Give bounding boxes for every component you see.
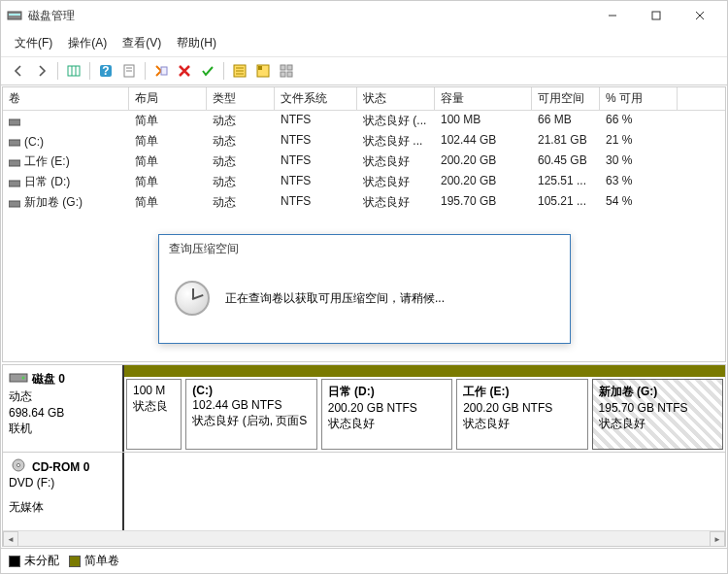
col-capacity[interactable]: 容量	[435, 87, 532, 110]
table-row[interactable]: (C:)简单动态NTFS状态良好 ...102.44 GB21.81 GB21 …	[3, 131, 725, 152]
properties-icon[interactable]	[118, 60, 140, 82]
col-layout[interactable]: 布局	[129, 87, 207, 110]
svg-rect-1	[9, 14, 20, 16]
toolbar-separator	[145, 62, 146, 80]
vol-pct: 54 %	[600, 193, 678, 212]
toolbar-separator	[57, 62, 58, 80]
delete-icon[interactable]	[174, 60, 195, 82]
partition-size: 200.20 GB NTFS	[328, 401, 446, 415]
cdrom-header[interactable]: CD-ROM 0 DVD (F:) 无媒体	[3, 453, 124, 530]
vol-free: 60.45 GB	[532, 152, 600, 171]
svg-text:?: ?	[102, 64, 109, 78]
col-pct[interactable]: % 可用	[600, 87, 678, 110]
menu-file[interactable]: 文件(F)	[7, 32, 60, 54]
vol-type: 动态	[207, 112, 275, 130]
disk-row-0: 磁盘 0 动态 698.64 GB 联机 100 M状态良(C:)102.44 …	[3, 365, 725, 453]
vol-name: (C:)	[24, 135, 44, 149]
partition-size: 102.44 GB NTFS	[192, 398, 310, 412]
partition-box[interactable]: (C:)102.44 GB NTFS状态良好 (启动, 页面S	[185, 379, 316, 450]
svg-point-31	[22, 377, 25, 380]
vol-free: 105.21 ...	[532, 193, 600, 212]
menu-action[interactable]: 操作(A)	[60, 32, 115, 54]
scroll-right-button[interactable]: ►	[710, 531, 725, 547]
cdrom-icon	[9, 458, 28, 475]
svg-rect-22	[287, 65, 292, 70]
partition-box[interactable]: 100 M状态良	[126, 379, 182, 450]
vol-capacity: 100 MB	[435, 112, 532, 130]
volume-icon	[9, 178, 20, 187]
minimize-button[interactable]	[590, 1, 634, 30]
vol-status: 状态良好 (...	[357, 112, 435, 130]
forward-button[interactable]	[31, 60, 52, 82]
help-icon[interactable]: ?	[95, 60, 116, 82]
cdrom-type: DVD (F:)	[9, 476, 116, 490]
partition-status: 状态良好	[599, 416, 716, 432]
col-free[interactable]: 可用空间	[532, 87, 600, 110]
vol-type: 动态	[207, 173, 275, 191]
back-button[interactable]	[8, 60, 29, 82]
cdrom-status: 无媒体	[9, 499, 116, 516]
vol-capacity: 102.44 GB	[435, 132, 532, 151]
partition-status: 状态良好	[463, 416, 580, 432]
disk-layout: 磁盘 0 动态 698.64 GB 联机 100 M状态良(C:)102.44 …	[2, 364, 726, 547]
vol-free: 66 MB	[532, 112, 600, 130]
partition-size: 195.70 GB NTFS	[599, 401, 716, 415]
swatch-olive	[69, 556, 81, 567]
menu-view[interactable]: 查看(V)	[115, 32, 169, 54]
dialog-title: 查询压缩空间	[159, 235, 570, 263]
volume-icon	[9, 117, 20, 126]
svg-rect-3	[652, 12, 660, 19]
col-fs[interactable]: 文件系统	[275, 87, 357, 110]
vol-type: 动态	[207, 132, 275, 151]
col-spacer	[678, 87, 725, 110]
col-type[interactable]: 类型	[207, 87, 275, 110]
settings-check-icon[interactable]	[197, 60, 218, 82]
svg-rect-26	[9, 140, 20, 146]
partition-box[interactable]: 工作 (E:)200.20 GB NTFS状态良好	[456, 379, 587, 450]
cdrom-partitions	[124, 453, 725, 530]
table-row[interactable]: 简单动态NTFS状态良好 (...100 MB66 MB66 %	[3, 111, 725, 131]
disk-status: 联机	[9, 421, 116, 437]
view-columns-icon[interactable]	[63, 60, 84, 82]
list-detail-icon[interactable]	[252, 60, 274, 82]
svg-rect-6	[68, 66, 80, 76]
disk-header-0[interactable]: 磁盘 0 动态 698.64 GB 联机	[3, 365, 124, 452]
shrink-query-dialog: 查询压缩空间 正在查询卷以获取可用压缩空间，请稍候...	[158, 234, 571, 344]
scrollbar-horizontal[interactable]: ◄ ►	[3, 530, 725, 546]
toolbar-separator	[89, 62, 90, 80]
table-row[interactable]: 新加卷 (G:)简单动态NTFS状态良好195.70 GB105.21 ...5…	[3, 192, 725, 213]
partition-box[interactable]: 新加卷 (G:)195.70 GB NTFS状态良好	[592, 379, 723, 450]
window-title: 磁盘管理	[28, 8, 590, 24]
table-row[interactable]: 日常 (D:)简单动态NTFS状态良好200.20 GB125.51 ...63…	[3, 172, 725, 192]
col-status[interactable]: 状态	[357, 87, 435, 110]
vol-free: 21.81 GB	[532, 132, 600, 151]
grid-icon[interactable]	[276, 60, 297, 82]
partition-box[interactable]: 日常 (D:)200.20 GB NTFS状态良好	[321, 379, 452, 450]
partition-name: 日常 (D:)	[328, 384, 446, 400]
disk-row-cdrom: CD-ROM 0 DVD (F:) 无媒体	[3, 453, 725, 530]
show-hide-icon[interactable]	[150, 60, 172, 82]
col-volume[interactable]: 卷	[3, 87, 129, 110]
svg-rect-23	[281, 72, 285, 77]
vol-name: 日常 (D:)	[24, 174, 70, 190]
partition-status: 状态良	[133, 398, 175, 415]
disk-color-bar	[124, 365, 725, 377]
vol-capacity: 200.20 GB	[435, 173, 532, 191]
menu-help[interactable]: 帮助(H)	[169, 32, 224, 54]
vol-pct: 66 %	[600, 112, 678, 130]
partition-name: (C:)	[192, 384, 310, 397]
vol-layout: 简单	[129, 193, 207, 212]
list-icon[interactable]	[229, 60, 250, 82]
partition-name: 工作 (E:)	[463, 384, 580, 400]
maximize-button[interactable]	[634, 1, 678, 30]
close-button[interactable]	[678, 1, 721, 30]
disk-icon	[9, 371, 28, 388]
partition-status: 状态良好 (启动, 页面S	[192, 413, 310, 429]
swatch-black	[9, 556, 20, 567]
volume-icon	[9, 198, 20, 208]
table-row[interactable]: 工作 (E:)简单动态NTFS状态良好200.20 GB60.45 GB30 %	[3, 152, 725, 172]
scroll-left-button[interactable]: ◄	[3, 531, 18, 547]
disk-capacity: 698.64 GB	[9, 406, 116, 420]
vol-name: 新加卷 (G:)	[24, 194, 83, 211]
vol-fs: NTFS	[275, 152, 357, 171]
